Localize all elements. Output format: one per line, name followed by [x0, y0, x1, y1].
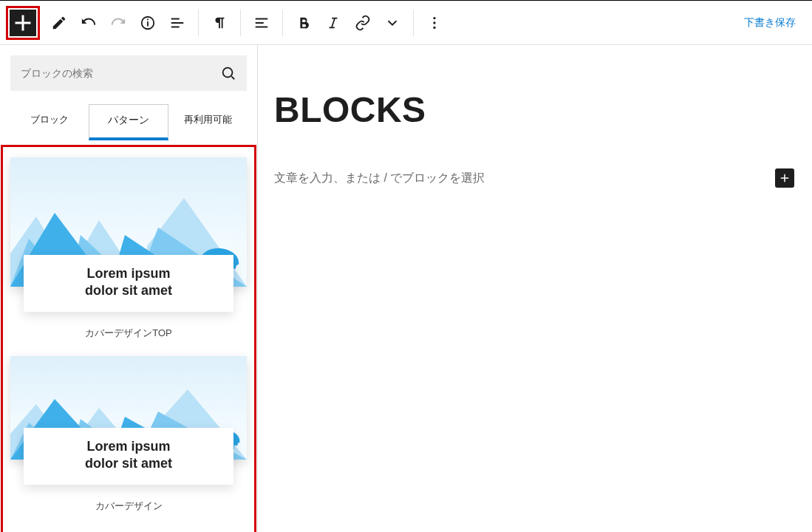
svg-rect-1 [147, 21, 149, 26]
tab-patterns[interactable]: パターン [89, 104, 168, 140]
kebab-icon [426, 15, 443, 31]
toolbar-left-group [6, 6, 448, 40]
align-button[interactable] [248, 10, 275, 36]
toggle-block-inserter-button[interactable] [10, 10, 36, 36]
svg-point-4 [433, 21, 435, 24]
italic-icon [325, 15, 341, 31]
undo-icon [81, 15, 97, 31]
pattern-headline: Lorem ipsum dolor sit amet [28, 265, 229, 299]
pattern-thumbnail: Lorem ipsum dolor sit amet [10, 157, 247, 287]
plus-icon [10, 10, 36, 36]
post-title[interactable]: BLOCKS [274, 89, 794, 130]
bold-button[interactable] [290, 10, 317, 36]
svg-point-3 [433, 16, 435, 18]
svg-point-6 [223, 68, 233, 78]
pattern-headline-card: Lorem ipsum dolor sit amet [24, 428, 233, 485]
top-toolbar: 下書き保存 [0, 1, 812, 45]
block-inserter-panel: ブロック パターン 再利用可能 Lorem ipsum dolor sit am… [0, 45, 258, 532]
align-left-icon [253, 15, 270, 31]
outline-button[interactable] [164, 10, 191, 36]
pattern-list-highlight: Lorem ipsum dolor sit amet カバーデザインTOP [1, 145, 256, 532]
block-search-input[interactable] [21, 67, 220, 79]
info-icon [140, 15, 156, 31]
edit-mode-button[interactable] [46, 10, 72, 36]
inserter-tabs: ブロック パターン 再利用可能 [10, 104, 247, 140]
svg-rect-2 [147, 18, 149, 20]
editor-canvas[interactable]: BLOCKS 文章を入力、または / でブロックを選択 [258, 45, 812, 532]
paragraph-block-button[interactable] [206, 10, 233, 36]
svg-point-5 [433, 26, 435, 28]
search-icon [220, 65, 236, 81]
redo-icon [110, 15, 126, 31]
toolbar-separator [240, 10, 241, 36]
redo-button[interactable] [105, 10, 132, 36]
pattern-item[interactable]: Lorem ipsum dolor sit amet カバーデザインTOP [10, 157, 247, 340]
main-area: ブロック パターン 再利用可能 Lorem ipsum dolor sit am… [0, 45, 812, 532]
pattern-list-container: Lorem ipsum dolor sit amet カバーデザインTOP [0, 145, 257, 532]
toolbar-separator [198, 10, 199, 36]
link-button[interactable] [349, 10, 376, 36]
pilcrow-icon [211, 15, 228, 31]
plus-icon [778, 171, 791, 185]
pencil-icon [51, 15, 67, 31]
empty-paragraph-row: 文章を入力、または / でブロックを選択 [274, 168, 794, 188]
pattern-thumbnail: Lorem ipsum dolor sit amet [10, 356, 247, 460]
more-rich-text-button[interactable] [379, 10, 406, 36]
pattern-headline: Lorem ipsum dolor sit amet [28, 438, 229, 471]
pattern-headline-card: Lorem ipsum dolor sit amet [24, 255, 233, 312]
pattern-caption: カバーデザインTOP [10, 327, 247, 340]
toolbar-separator [413, 10, 414, 36]
toggle-inserter-highlight [6, 6, 40, 40]
block-options-button[interactable] [421, 10, 448, 36]
toolbar-separator [282, 10, 283, 36]
bold-icon [296, 15, 312, 31]
save-draft-button[interactable]: 下書き保存 [734, 10, 806, 35]
list-view-icon [169, 15, 185, 31]
details-button[interactable] [134, 10, 161, 36]
pattern-caption: カバーデザイン [10, 499, 247, 513]
paragraph-placeholder[interactable]: 文章を入力、または / でブロックを選択 [274, 171, 766, 186]
pattern-item[interactable]: Lorem ipsum dolor sit amet カバーデザイン [10, 356, 247, 513]
italic-button[interactable] [320, 10, 347, 36]
tab-blocks[interactable]: ブロック [10, 104, 89, 140]
block-search [10, 55, 247, 91]
undo-button[interactable] [75, 10, 102, 36]
inline-inserter-button[interactable] [775, 168, 794, 188]
tab-reusable[interactable]: 再利用可能 [168, 104, 247, 140]
link-icon [355, 15, 371, 31]
chevron-down-icon [384, 15, 400, 31]
